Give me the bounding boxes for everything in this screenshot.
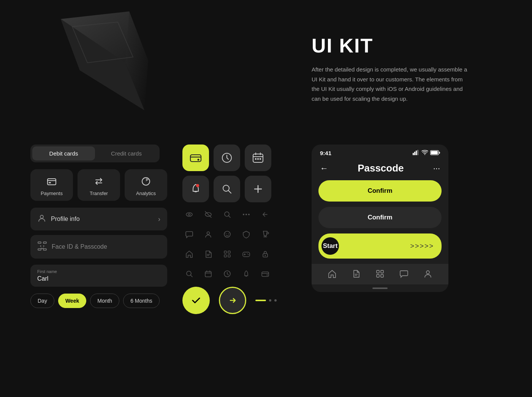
icon-wallet2[interactable] xyxy=(258,267,272,281)
uikit-title: UI KIT xyxy=(312,34,471,57)
analytics-button[interactable]: Analytics xyxy=(125,169,167,201)
period-month-btn[interactable]: Month xyxy=(90,294,119,308)
debit-cards-tab[interactable]: Debit cards xyxy=(32,146,95,160)
svg-rect-53 xyxy=(431,151,438,154)
transfer-button[interactable]: Transfer xyxy=(78,169,120,201)
firstname-field-label: First name xyxy=(37,269,160,274)
icon-home[interactable] xyxy=(182,247,196,261)
start-arrows-icon: >>>>> xyxy=(410,242,434,250)
icon-chat[interactable] xyxy=(182,227,196,241)
svg-point-23 xyxy=(186,213,192,216)
nav-person[interactable] xyxy=(423,269,432,281)
firstname-value: Carl xyxy=(37,275,160,282)
icon-add[interactable] xyxy=(245,176,271,202)
phone-nav xyxy=(312,264,448,284)
icon-grid-small-1 xyxy=(182,208,285,221)
confirm-yellow-button[interactable]: Confirm xyxy=(318,180,442,202)
profile-info-label: Profile info xyxy=(51,216,80,222)
icon-shield[interactable] xyxy=(239,227,253,241)
phone-panel: 9:41 xyxy=(312,145,448,292)
icon-bell[interactable] xyxy=(182,176,209,202)
icon-arrow-left[interactable] xyxy=(258,208,272,221)
transfer-label: Transfer xyxy=(90,191,108,196)
icon-search3[interactable] xyxy=(182,267,196,281)
icon-lock[interactable] xyxy=(258,247,272,261)
dots-indicator xyxy=(255,299,277,302)
analytics-label: Analytics xyxy=(136,191,156,196)
confirm-dark-button[interactable]: Confirm xyxy=(318,207,442,228)
card-toggle: Debit cards Credit cards xyxy=(30,145,160,162)
arrow-right-button[interactable] xyxy=(219,287,246,314)
icon-grid[interactable] xyxy=(220,247,234,261)
icon-calendar[interactable] xyxy=(245,145,271,171)
svg-rect-5 xyxy=(49,182,51,183)
payments-button[interactable]: Payments xyxy=(30,169,73,201)
icon-gamepad[interactable] xyxy=(239,247,253,261)
svg-point-39 xyxy=(247,254,248,254)
nav-home[interactable] xyxy=(328,269,337,281)
back-arrow-button[interactable]: ← xyxy=(320,164,328,173)
icon-search2[interactable] xyxy=(220,208,234,221)
icon-person[interactable] xyxy=(201,227,215,241)
nav-chat-icon xyxy=(399,269,408,281)
start-button-row[interactable]: Start >>>>> xyxy=(318,233,442,259)
more-options-button[interactable]: ··· xyxy=(433,164,440,173)
icon-cup[interactable] xyxy=(258,227,272,241)
period-week-btn[interactable]: Week xyxy=(58,294,86,308)
icon-bell2[interactable] xyxy=(239,267,253,281)
nav-grid-icon xyxy=(375,269,385,281)
action-row: Payments Transfer Analytics xyxy=(30,169,167,201)
svg-rect-37 xyxy=(228,255,230,257)
icon-face[interactable] xyxy=(220,227,234,241)
svg-point-27 xyxy=(243,214,244,215)
nav-document[interactable] xyxy=(352,269,361,281)
inactive-dot-1 xyxy=(269,299,271,302)
nav-chat[interactable] xyxy=(399,269,408,281)
icon-wallet[interactable] xyxy=(182,145,209,171)
faceid-label: Face ID & Passcode xyxy=(52,243,107,250)
svg-point-32 xyxy=(226,233,226,234)
credit-cards-tab[interactable]: Credit cards xyxy=(95,146,158,160)
svg-rect-19 xyxy=(257,158,259,160)
icon-dots[interactable] xyxy=(239,208,253,221)
nav-grid[interactable] xyxy=(375,269,385,281)
nav-document-icon xyxy=(352,269,361,281)
profile-info-row[interactable]: Profile info › xyxy=(30,208,167,230)
period-day-btn[interactable]: Day xyxy=(30,294,54,308)
wifi-icon xyxy=(421,150,428,156)
svg-point-30 xyxy=(207,232,210,235)
icon-search[interactable] xyxy=(214,176,240,202)
icons-panel xyxy=(182,145,285,314)
profile-icon xyxy=(37,214,46,224)
svg-rect-55 xyxy=(381,270,383,273)
svg-rect-48 xyxy=(413,153,414,155)
analytics-icon xyxy=(140,175,152,187)
svg-point-42 xyxy=(265,255,266,256)
icon-clock2[interactable] xyxy=(220,267,234,281)
icon-placeholder2 xyxy=(277,227,291,241)
svg-marker-3 xyxy=(72,22,133,63)
icon-document[interactable] xyxy=(201,247,215,261)
svg-rect-9 xyxy=(43,242,46,243)
icon-eye-off[interactable] xyxy=(201,208,215,221)
signal-icon xyxy=(413,150,420,156)
icon-clock[interactable] xyxy=(214,145,240,171)
phone-passcode-title: Passcode xyxy=(358,162,404,174)
svg-point-12 xyxy=(40,246,41,247)
svg-point-58 xyxy=(426,271,429,274)
svg-rect-56 xyxy=(377,275,379,277)
svg-rect-10 xyxy=(38,249,41,250)
transfer-icon xyxy=(93,175,105,187)
status-time: 9:41 xyxy=(320,150,331,156)
icon-calendar2[interactable] xyxy=(201,267,215,281)
period-6months-btn[interactable]: 6 Months xyxy=(123,294,160,308)
svg-point-7 xyxy=(40,215,43,218)
icon-eye[interactable] xyxy=(182,208,196,221)
check-button[interactable] xyxy=(182,287,210,314)
status-icons xyxy=(413,150,440,156)
nav-home-icon xyxy=(328,269,337,281)
circle-btns-row xyxy=(182,287,285,314)
battery-icon xyxy=(430,150,440,156)
svg-rect-14 xyxy=(190,155,201,162)
icon-grid-small-3 xyxy=(182,247,285,261)
